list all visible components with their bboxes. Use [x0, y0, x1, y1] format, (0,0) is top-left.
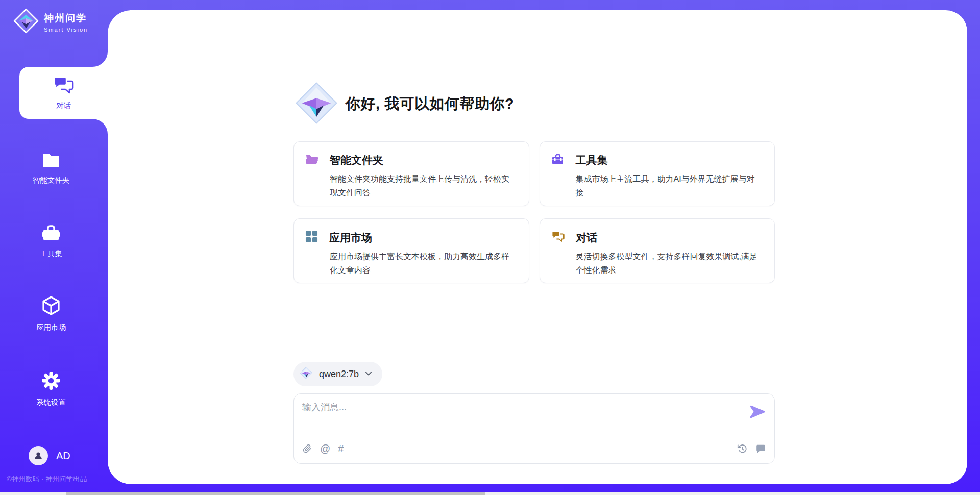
sidebar-item-label: 应用市场: [36, 323, 66, 332]
sidebar-item-label: 工具集: [40, 249, 62, 259]
gear-icon: [41, 370, 61, 393]
mention-button[interactable]: @: [320, 443, 330, 455]
model-diamond-icon: [300, 366, 313, 382]
sidebar-item-label: 系统设置: [36, 398, 66, 407]
card-smart-folder[interactable]: 智能文件夹 智能文件夹功能支持批量文件上传与清洗，轻松实现文件问答: [293, 141, 529, 206]
card-description: 集成市场上主流工具，助力AI与外界无缝扩展与对接: [576, 172, 762, 200]
briefcase-icon: [41, 224, 61, 244]
briefcase-icon: [551, 153, 565, 167]
sidebar-item-label: 智能文件夹: [33, 176, 70, 185]
card-chat[interactable]: 对话 灵活切换多模型文件，支持多样回复效果调试,满足个性化需求: [540, 218, 775, 283]
avatar: [29, 446, 48, 465]
user-name: AD: [56, 450, 70, 462]
comment-button[interactable]: [755, 443, 766, 454]
brand-logo: 神州问学 Smart Vision: [13, 8, 88, 36]
card-toolset[interactable]: 工具集 集成市场上主流工具，助力AI与外界无缝扩展与对接: [540, 141, 775, 206]
card-title: 工具集: [576, 153, 608, 167]
topic-button[interactable]: #: [338, 443, 344, 455]
sidebar: 神州问学 Smart Vision 对话 智能文件夹: [0, 0, 108, 495]
model-selector[interactable]: qwen2:7b: [293, 362, 382, 386]
folder-icon: [41, 152, 61, 171]
chat-bubbles-icon: [53, 75, 75, 97]
card-description: 智能文件夹功能支持批量文件上传与清洗，轻松实现文件问答: [330, 172, 516, 200]
main-panel: 你好, 我可以如何帮助你? 智能文件夹 智能文件夹功能支持批量文件上传与清洗，轻…: [108, 10, 967, 484]
composer: qwen2:7b: [293, 362, 775, 464]
greeting-heading: 你好, 我可以如何帮助你?: [346, 94, 514, 114]
card-title: 智能文件夹: [330, 153, 383, 167]
card-title: 应用市场: [329, 231, 372, 245]
horizontal-scrollbar-thumb[interactable]: [66, 492, 485, 495]
card-description: 灵活切换多模型文件，支持多样回复效果调试,满足个性化需求: [576, 250, 762, 277]
copyright-text: ©神州数码 · 神州问学出品: [7, 475, 87, 484]
feature-cards: 智能文件夹 智能文件夹功能支持批量文件上传与清洗，轻松实现文件问答: [293, 141, 775, 283]
card-title: 对话: [576, 231, 598, 245]
tab-fillet-bottom: [92, 119, 108, 134]
sidebar-item-settings[interactable]: 系统设置: [0, 366, 102, 412]
sidebar-item-chat[interactable]: 对话: [19, 67, 108, 119]
sidebar-item-toolset[interactable]: 工具集: [0, 218, 102, 264]
welcome-block: 你好, 我可以如何帮助你?: [295, 81, 514, 128]
horizontal-scrollbar-track[interactable]: [0, 492, 980, 495]
tab-fillet-top: [92, 52, 108, 67]
at-icon: @: [320, 443, 330, 455]
welcome-diamond-icon: [295, 81, 338, 128]
sidebar-item-label: 对话: [56, 101, 71, 111]
history-icon: [737, 443, 748, 454]
message-input-box: @ #: [293, 393, 775, 464]
brand-subtitle: Smart Vision: [44, 27, 88, 33]
message-input[interactable]: [302, 401, 741, 428]
history-button[interactable]: [737, 443, 748, 454]
sidebar-item-smart-folder[interactable]: 智能文件夹: [0, 145, 102, 191]
comment-icon: [755, 443, 766, 454]
chevron-down-icon: [365, 369, 372, 379]
cube-icon: [41, 295, 61, 318]
card-description: 应用市场提供丰富长文本模板，助力高效生成多样化文章内容: [330, 250, 516, 277]
folder-open-icon: [305, 153, 318, 167]
model-name: qwen2:7b: [319, 369, 359, 380]
card-app-market[interactable]: 应用市场 应用市场提供丰富长文本模板，助力高效生成多样化文章内容: [293, 218, 529, 283]
attachment-button[interactable]: [302, 443, 312, 454]
user-account[interactable]: AD: [29, 446, 70, 465]
send-button[interactable]: [750, 405, 765, 418]
chat-bubbles-icon: [551, 230, 565, 245]
brand-diamond-icon: [13, 8, 39, 36]
grid-icon: [305, 230, 318, 245]
sidebar-item-app-market[interactable]: 应用市场: [0, 291, 102, 337]
paperclip-icon: [302, 443, 312, 454]
hash-icon: #: [338, 443, 344, 455]
brand-name: 神州问学: [44, 12, 88, 25]
